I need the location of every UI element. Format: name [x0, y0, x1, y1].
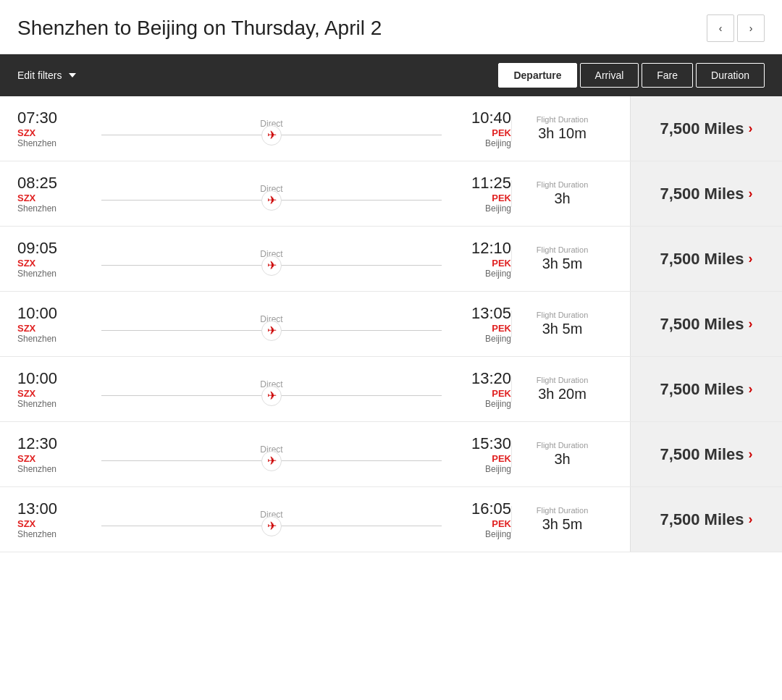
flight-row: 09:05 SZX Shenzhen Direct ✈ 12:10 PEK Be…: [0, 227, 782, 292]
route-middle: Direct ✈: [90, 314, 453, 334]
sort-buttons-group: Departure Arrival Fare Duration: [498, 63, 765, 88]
depart-city: Shenzhen: [17, 334, 90, 344]
arrival-block: 13:05 PEK Beijing: [453, 304, 511, 344]
miles-block[interactable]: 7,500 Miles ›: [630, 161, 782, 226]
depart-code: SZX: [17, 518, 90, 529]
route-middle: Direct ✈: [90, 249, 453, 269]
duration-block: Flight Duration 3h 5m: [511, 245, 613, 272]
sort-departure-button[interactable]: Departure: [498, 63, 576, 88]
route-line: ✈: [101, 526, 442, 526]
flight-duration-label: Flight Duration: [537, 311, 589, 319]
flight-row: 08:25 SZX Shenzhen Direct ✈ 11:25 PEK Be…: [0, 161, 782, 227]
arrive-code: PEK: [453, 388, 511, 399]
flight-row: 10:00 SZX Shenzhen Direct ✈ 13:20 PEK Be…: [0, 357, 782, 422]
date-navigation: ‹ ›: [707, 14, 765, 42]
airline-logo: ✈: [261, 451, 282, 471]
filter-bar: Edit filters Departure Arrival Fare Dura…: [0, 54, 782, 96]
airline-icon: ✈: [267, 519, 277, 533]
miles-arrow-icon: ›: [749, 381, 753, 397]
miles-value: 7,500 Miles: [660, 380, 744, 399]
depart-time: 12:30: [17, 434, 90, 453]
flight-info-4: 10:00 SZX Shenzhen Direct ✈ 13:20 PEK Be…: [0, 357, 630, 421]
arrive-city: Beijing: [453, 269, 511, 279]
arrive-code: PEK: [453, 323, 511, 334]
arrive-code: PEK: [453, 518, 511, 529]
route-middle: Direct ✈: [90, 119, 453, 138]
duration-block: Flight Duration 3h 5m: [511, 311, 613, 337]
duration-block: Flight Duration 3h 20m: [511, 376, 613, 402]
departure-block: 10:00 SZX Shenzhen: [17, 304, 90, 344]
airline-logo: ✈: [261, 321, 282, 341]
depart-city: Shenzhen: [17, 203, 90, 214]
flight-info-0: 07:30 SZX Shenzhen Direct ✈ 10:40 PEK Be…: [0, 96, 630, 161]
arrive-city: Beijing: [453, 464, 511, 474]
arrive-time: 11:25: [453, 174, 511, 193]
depart-city: Shenzhen: [17, 138, 90, 148]
depart-time: 08:25: [17, 174, 90, 193]
depart-code: SZX: [17, 258, 90, 269]
miles-value: 7,500 Miles: [660, 510, 744, 529]
arrive-time: 13:20: [453, 369, 511, 388]
flight-duration-label: Flight Duration: [537, 506, 589, 515]
sort-fare-button[interactable]: Fare: [642, 63, 693, 88]
miles-block[interactable]: 7,500 Miles ›: [630, 422, 782, 486]
duration-time: 3h 10m: [538, 125, 586, 142]
arrival-block: 16:05 PEK Beijing: [453, 499, 511, 539]
flight-duration-label: Flight Duration: [537, 376, 589, 384]
prev-date-button[interactable]: ‹: [707, 14, 734, 42]
arrive-code: PEK: [453, 193, 511, 203]
flight-duration-label: Flight Duration: [537, 115, 589, 124]
miles-value: 7,500 Miles: [660, 445, 744, 464]
miles-block[interactable]: 7,500 Miles ›: [630, 357, 782, 421]
arrive-time: 15:30: [453, 434, 511, 453]
miles-block[interactable]: 7,500 Miles ›: [630, 227, 782, 291]
arrive-time: 16:05: [453, 499, 511, 518]
miles-value: 7,500 Miles: [660, 185, 744, 203]
arrive-code: PEK: [453, 127, 511, 138]
departure-block: 09:05 SZX Shenzhen: [17, 239, 90, 279]
sort-arrival-button[interactable]: Arrival: [580, 63, 639, 88]
miles-block[interactable]: 7,500 Miles ›: [630, 96, 782, 161]
miles-arrow-icon: ›: [749, 121, 753, 136]
edit-filters-label: Edit filters: [17, 69, 62, 81]
flight-row: 07:30 SZX Shenzhen Direct ✈ 10:40 PEK Be…: [0, 96, 782, 161]
sort-duration-button[interactable]: Duration: [696, 63, 765, 88]
route-middle: Direct ✈: [90, 379, 453, 399]
miles-value: 7,500 Miles: [660, 315, 744, 334]
arrive-city: Beijing: [453, 399, 511, 409]
duration-block: Flight Duration 3h 5m: [511, 506, 613, 533]
route-line: ✈: [101, 135, 442, 135]
chevron-down-icon: [69, 73, 76, 77]
flights-list: 07:30 SZX Shenzhen Direct ✈ 10:40 PEK Be…: [0, 96, 782, 552]
arrive-city: Beijing: [453, 203, 511, 214]
depart-city: Shenzhen: [17, 464, 90, 474]
depart-code: SZX: [17, 127, 90, 138]
duration-time: 3h: [554, 451, 570, 468]
depart-time: 10:00: [17, 304, 90, 323]
flight-duration-label: Flight Duration: [537, 441, 589, 450]
depart-code: SZX: [17, 453, 90, 464]
miles-block[interactable]: 7,500 Miles ›: [630, 487, 782, 552]
departure-block: 10:00 SZX Shenzhen: [17, 369, 90, 409]
flight-duration-label: Flight Duration: [537, 245, 589, 254]
flight-row: 12:30 SZX Shenzhen Direct ✈ 15:30 PEK Be…: [0, 422, 782, 487]
miles-arrow-icon: ›: [749, 447, 753, 462]
arrive-city: Beijing: [453, 334, 511, 344]
edit-filters-button[interactable]: Edit filters: [17, 69, 76, 81]
airline-icon: ✈: [267, 128, 277, 142]
duration-block: Flight Duration 3h: [511, 441, 613, 468]
route-line: ✈: [101, 200, 442, 201]
route-line: ✈: [101, 265, 442, 266]
next-date-button[interactable]: ›: [737, 14, 765, 42]
arrive-code: PEK: [453, 258, 511, 269]
flight-duration-label: Flight Duration: [537, 180, 589, 189]
arrive-time: 13:05: [453, 304, 511, 323]
airline-icon: ✈: [267, 258, 277, 272]
arrival-block: 12:10 PEK Beijing: [453, 239, 511, 279]
duration-time: 3h 5m: [542, 256, 583, 272]
miles-value: 7,500 Miles: [660, 250, 744, 269]
miles-block[interactable]: 7,500 Miles ›: [630, 292, 782, 356]
arrive-time: 12:10: [453, 239, 511, 258]
flight-row: 13:00 SZX Shenzhen Direct ✈ 16:05 PEK Be…: [0, 487, 782, 552]
depart-city: Shenzhen: [17, 269, 90, 279]
